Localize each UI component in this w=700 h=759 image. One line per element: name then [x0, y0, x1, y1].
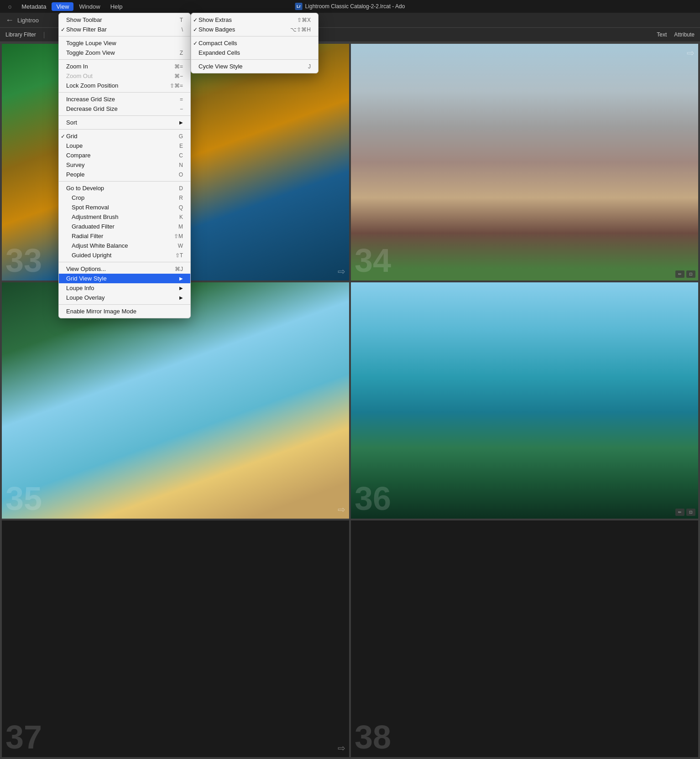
menu-radial-filter[interactable]: Radial Filter ⇧M [59, 231, 190, 241]
menu-item-window[interactable]: Window [74, 2, 104, 11]
grid-view-style-submenu[interactable]: ✓ Show Extras ⇧⌘X ✓ Show Badges ⌥⇧⌘H ✓ C… [191, 13, 319, 73]
menu-label: Adjust White Balance [72, 242, 128, 249]
menu-item-o[interactable]: o [4, 2, 16, 11]
photo-cell-37[interactable]: 37 ⇨ [2, 520, 349, 757]
menu-loupe[interactable]: Loupe E [59, 141, 190, 151]
menu-people[interactable]: People O [59, 170, 190, 179]
menu-go-to-develop[interactable]: Go to Develop D [59, 183, 190, 193]
menu-label: Go to Develop [66, 185, 104, 192]
cell-arrow-33: ⇨ [338, 266, 345, 277]
shortcut: K [179, 214, 183, 220]
menu-show-filter-bar[interactable]: ✓ Show Filter Bar \ [59, 25, 190, 34]
menu-label: Sort [66, 119, 77, 126]
checkmark-icon: ✓ [193, 26, 198, 33]
shortcut: Z [180, 50, 183, 56]
menu-spot-removal[interactable]: Spot Removal Q [59, 203, 190, 212]
menu-zoom-in[interactable]: Zoom In ⌘= [59, 62, 190, 71]
menu-label: Show Badges [199, 26, 235, 33]
shortcut: J [308, 63, 311, 70]
menu-show-toolbar[interactable]: Show Toolbar T [59, 15, 190, 25]
submenu-show-extras[interactable]: ✓ Show Extras ⇧⌘X [191, 15, 318, 25]
shortcut: ⌘J [175, 266, 183, 272]
menu-label: Expanded Cells [199, 49, 240, 56]
menu-label: Show Filter Bar [66, 26, 107, 33]
menu-view-options[interactable]: View Options... ⌘J [59, 264, 190, 274]
menu-label: Zoom In [66, 63, 88, 70]
menu-loupe-overlay[interactable]: Loupe Overlay ▶ [59, 293, 190, 302]
menu-toggle-zoom[interactable]: Toggle Zoom View Z [59, 48, 190, 57]
menu-grid[interactable]: ✓ Grid G [59, 131, 190, 141]
menu-increase-grid[interactable]: Increase Grid Size = [59, 94, 190, 104]
photo-crop-icon-36: ⊡ [686, 509, 695, 516]
menu-label: Show Extras [199, 16, 232, 23]
separator [59, 92, 190, 93]
shortcut: D [179, 185, 183, 192]
shortcut: W [178, 243, 183, 249]
shortcut: R [179, 195, 183, 201]
shortcut: ⇧T [175, 252, 183, 259]
menu-label: Graduated Filter [72, 223, 115, 230]
photo-cell-34[interactable]: ⇨ 34 ✏ ⊡ [351, 44, 698, 281]
separator [191, 36, 318, 36]
shortcut: = [180, 96, 183, 103]
separator [59, 304, 190, 305]
filter-text[interactable]: Text [657, 31, 667, 38]
checkmark-icon: ✓ [193, 40, 198, 47]
submenu-compact-cells[interactable]: ✓ Compact Cells [191, 38, 318, 48]
menu-item-help[interactable]: Help [106, 2, 127, 11]
checkmark-icon: ✓ [61, 133, 65, 140]
submenu-arrow: ▶ [179, 276, 183, 281]
menu-loupe-info[interactable]: Loupe Info ▶ [59, 283, 190, 293]
menu-graduated-filter[interactable]: Graduated Filter M [59, 222, 190, 231]
menu-label: Compact Cells [199, 40, 237, 47]
shortcut: Q [179, 204, 183, 211]
shortcut: E [179, 143, 183, 149]
photo-cell-36[interactable]: 36 ✏ ⊡ [351, 282, 698, 519]
menu-enable-mirror[interactable]: Enable Mirror Image Mode [59, 307, 190, 316]
photo-icons-34: ✏ ⊡ [675, 270, 695, 278]
photo-cell-38[interactable]: 38 [351, 520, 698, 757]
separator [59, 262, 190, 262]
menu-toggle-loupe[interactable]: Toggle Loupe View [59, 38, 190, 48]
breadcrumb: Lightroo [17, 17, 39, 24]
menu-grid-view-style[interactable]: Grid View Style ▶ [59, 274, 190, 283]
submenu-cycle-view-style[interactable]: Cycle View Style J [191, 62, 318, 71]
submenu-arrow: ▶ [179, 295, 183, 300]
menu-compare[interactable]: Compare C [59, 151, 190, 160]
menu-label: Cycle View Style [199, 63, 243, 70]
submenu-expanded-cells[interactable]: Expanded Cells [191, 48, 318, 57]
shortcut: − [180, 106, 183, 112]
filter-attribute[interactable]: Attribute [674, 31, 695, 38]
menu-item-metadata[interactable]: Metadata [17, 2, 51, 11]
shortcut: ⇧⌘= [170, 83, 183, 89]
menu-item-view[interactable]: View [52, 2, 73, 11]
menu-label: Loupe Overlay [66, 294, 105, 301]
separator [59, 129, 190, 130]
shortcut: N [179, 162, 183, 168]
cell-number-38: 38 [355, 721, 391, 754]
menu-survey[interactable]: Survey N [59, 160, 190, 170]
submenu-show-badges[interactable]: ✓ Show Badges ⌥⇧⌘H [191, 25, 318, 34]
filter-options: Text Attribute [657, 31, 695, 38]
menu-zoom-out[interactable]: Zoom Out ⌘− [59, 71, 190, 81]
view-menu-dropdown[interactable]: Show Toolbar T ✓ Show Filter Bar \ Toggl… [58, 13, 191, 318]
menu-adjustment-brush[interactable]: Adjustment Brush K [59, 212, 190, 222]
photo-edit-icon-36: ✏ [675, 509, 684, 516]
menu-label: Zoom Out [66, 73, 93, 79]
shortcut: M [178, 224, 183, 230]
menu-guided-upright[interactable]: Guided Upright ⇧T [59, 250, 190, 260]
shortcut: ⇧M [174, 233, 183, 239]
menu-label: Grid [66, 133, 78, 140]
menu-label: People [66, 171, 84, 178]
menu-label: Loupe Info [66, 285, 94, 291]
menu-adjust-white-balance[interactable]: Adjust White Balance W [59, 241, 190, 250]
shortcut: G [179, 133, 183, 140]
menu-decrease-grid[interactable]: Decrease Grid Size − [59, 104, 190, 114]
back-button[interactable]: ← [5, 16, 14, 25]
menu-crop[interactable]: Crop R [59, 193, 190, 203]
menu-lock-zoom[interactable]: Lock Zoom Position ⇧⌘= [59, 81, 190, 90]
menu-label: Adjustment Brush [72, 213, 119, 220]
photo-crop-icon: ⊡ [686, 270, 695, 278]
shortcut: O [179, 172, 183, 178]
menu-sort[interactable]: Sort ▶ [59, 118, 190, 127]
